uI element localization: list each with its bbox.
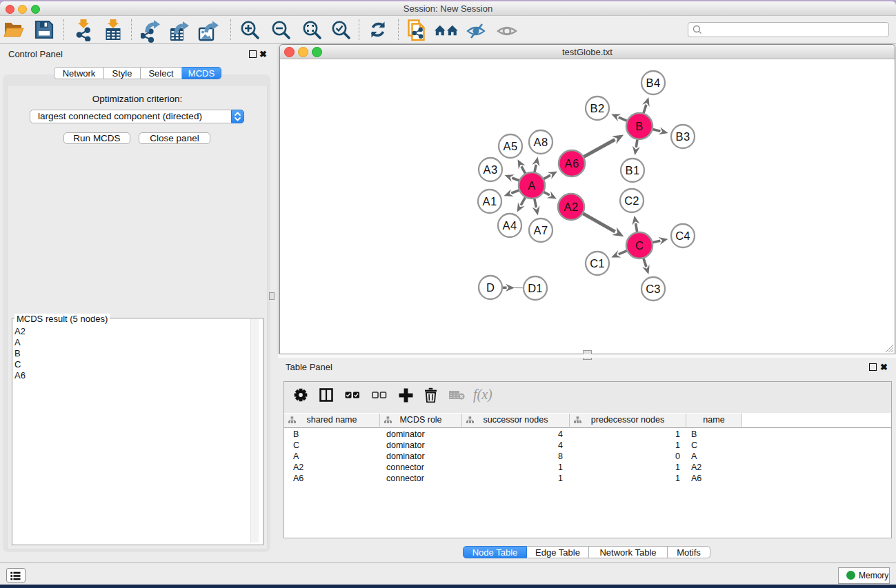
svg-text:C4: C4 bbox=[675, 230, 690, 242]
svg-text:A8: A8 bbox=[534, 136, 548, 148]
svg-text:A7: A7 bbox=[534, 224, 548, 236]
svg-text:B: B bbox=[635, 120, 643, 132]
svg-text:C1: C1 bbox=[590, 257, 605, 270]
svg-text:B2: B2 bbox=[590, 102, 605, 114]
svg-text:A5: A5 bbox=[504, 140, 518, 152]
svg-text:A2: A2 bbox=[564, 201, 579, 213]
svg-text:D1: D1 bbox=[528, 282, 543, 294]
svg-text:B1: B1 bbox=[626, 164, 640, 176]
svg-text:B3: B3 bbox=[676, 130, 690, 143]
svg-text:A: A bbox=[528, 179, 535, 192]
svg-text:C3: C3 bbox=[646, 283, 661, 295]
svg-text:A3: A3 bbox=[484, 163, 498, 176]
svg-text:B4: B4 bbox=[646, 77, 661, 89]
svg-text:A4: A4 bbox=[503, 219, 517, 232]
svg-text:A6: A6 bbox=[565, 157, 579, 170]
svg-text:C2: C2 bbox=[624, 194, 639, 207]
svg-text:D: D bbox=[486, 281, 495, 294]
svg-text:C: C bbox=[635, 239, 644, 252]
svg-text:A1: A1 bbox=[483, 195, 497, 207]
